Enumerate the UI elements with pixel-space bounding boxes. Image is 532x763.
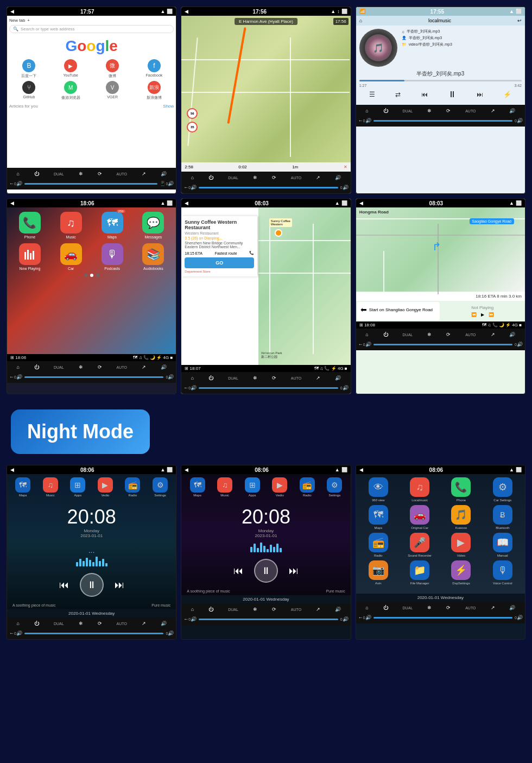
dot-3[interactable] xyxy=(96,274,99,277)
phone-status-icon[interactable]: 📞 xyxy=(143,355,149,360)
night-settings-item[interactable]: ⚙ Settings xyxy=(153,477,168,497)
cp-nowplaying-item[interactable]: Now Playing xyxy=(11,243,48,270)
dot-1[interactable] xyxy=(84,274,87,277)
ac-btn-nav2[interactable]: ❄ xyxy=(253,375,257,381)
track-item-3[interactable]: 📁 video/半壶纱_刘珂矣.mp3 xyxy=(402,42,522,47)
cp-car-item[interactable]: 🚗 Car xyxy=(53,243,90,270)
back-night2-icon[interactable]: ◀ xyxy=(185,467,188,472)
dot-2[interactable] xyxy=(90,274,93,277)
vol2-nav[interactable]: 🔊 xyxy=(343,185,349,190)
night-app-origcar[interactable]: 🚗 Original Car xyxy=(401,505,439,529)
power-btn-nav[interactable]: ⏻ xyxy=(208,175,213,180)
back-btn-night1[interactable]: ← xyxy=(9,630,14,636)
tab-label[interactable]: New tab xyxy=(9,18,25,23)
shortcut-weibo[interactable]: 微 微博 xyxy=(93,59,132,79)
back-nav-icon[interactable]: ◀ xyxy=(185,9,188,14)
ac-btn-nav3[interactable]: ❄ xyxy=(427,332,432,337)
vol2-nav2[interactable]: 🔊 xyxy=(343,385,349,390)
night-radio-item[interactable]: 📻 Radio xyxy=(125,477,140,497)
back-btn-nav2[interactable]: ← xyxy=(183,385,188,390)
track-item-2[interactable]: 👤 半壶纱_刘珂矣.mp3 xyxy=(402,35,522,41)
nav2-grid-icon[interactable]: ⊞ xyxy=(185,366,188,371)
shortcut-github[interactable]: ⑂ GitHub xyxy=(9,81,49,100)
sync-btn-night2[interactable]: ⟳ xyxy=(272,607,276,612)
rewind-btn[interactable]: ⏪ xyxy=(471,312,477,317)
night-app-kuwooo[interactable]: 🎵 Kuwooo xyxy=(442,505,480,529)
cp-phone-item[interactable]: 📞 Phone xyxy=(11,212,48,239)
power-btn-night3[interactable]: ⏻ xyxy=(383,605,388,610)
audio-night3[interactable]: 🔊 xyxy=(365,615,371,620)
close-nav-btn[interactable]: ✕ xyxy=(344,165,347,169)
progress-bar[interactable] xyxy=(359,80,522,81)
home-btn-night3[interactable]: ⌂ xyxy=(365,605,368,610)
audio-night1[interactable]: 🔊 xyxy=(16,630,22,636)
audio-night2[interactable]: 🔊 xyxy=(191,616,197,622)
power-btn-nav3[interactable]: ⏻ xyxy=(383,332,388,337)
night-app-radio[interactable]: 📻 Radio xyxy=(359,533,397,557)
home-btn-nav2[interactable]: ⌂ xyxy=(191,375,194,381)
slider-nav3[interactable] xyxy=(373,344,513,345)
vol-nav2[interactable]: 🔊 xyxy=(335,375,341,381)
sync-btn-music[interactable]: ⟳ xyxy=(446,108,451,113)
back-icon[interactable]: ◀ xyxy=(10,9,14,14)
prev-btn[interactable]: ⏮ xyxy=(421,91,428,98)
shortcut-baidu[interactable]: B 百度一下 xyxy=(9,59,49,79)
sync-btn-nav3[interactable]: ⟳ xyxy=(446,332,451,337)
power-btn-night1[interactable]: ⏻ xyxy=(34,621,39,626)
home-btn-music[interactable]: ⌂ xyxy=(365,108,368,113)
power-btn-nav2[interactable]: ⏻ xyxy=(208,375,213,381)
temp-nav3[interactable]: ↗ xyxy=(491,332,495,337)
vol-nav3[interactable]: 🔊 xyxy=(509,332,515,337)
night1-prev-btn[interactable]: ⏮ xyxy=(59,579,69,591)
night-app-maps[interactable]: 🗺 Maps xyxy=(359,505,397,529)
vol-night1[interactable]: 🔊 xyxy=(161,621,167,626)
back-btn-night3[interactable]: ← xyxy=(358,615,363,620)
audio-btn[interactable]: 🔊 xyxy=(16,181,22,186)
night2-maps-item[interactable]: 🗺 Maps xyxy=(190,477,205,497)
home-btn-nav[interactable]: ⌂ xyxy=(191,175,194,180)
night1-next-btn[interactable]: ⏭ xyxy=(115,579,124,591)
music-icon[interactable]: ♫ xyxy=(139,355,142,360)
show-label[interactable]: Show xyxy=(163,104,174,109)
vol2-night2[interactable]: 🔊 xyxy=(343,616,349,622)
night-vedio-item[interactable]: ▶ Vedio xyxy=(98,477,113,497)
cp-music-item[interactable]: ♫ Music xyxy=(53,212,90,239)
ac-btn-night2[interactable]: ❄ xyxy=(253,607,257,612)
night-music-item[interactable]: ♫ Music xyxy=(43,477,58,497)
slider-night3[interactable] xyxy=(373,617,513,619)
night-app-localmusic[interactable]: ♫ Localmusic xyxy=(401,477,439,502)
power-btn-music[interactable]: ⏻ xyxy=(383,108,388,113)
temp-night2[interactable]: ↗ xyxy=(316,607,320,612)
cp-books-item[interactable]: 📚 Audiobooks xyxy=(135,243,172,270)
shortcut-maxthon[interactable]: M 傲游浏览器 xyxy=(51,81,91,100)
night2-prev-btn[interactable]: ⏮ xyxy=(233,565,243,577)
slider-music[interactable] xyxy=(373,120,513,122)
audio-carplay[interactable]: 🔊 xyxy=(16,374,22,380)
night-app-360view[interactable]: 👁 360 view xyxy=(359,477,397,502)
back-nav2-icon[interactable]: ◀ xyxy=(185,200,188,206)
back-nav3-icon[interactable]: ◀ xyxy=(359,200,363,206)
cp-maps-item[interactable]: 🗺 259 Maps xyxy=(94,212,131,239)
back-btn-night2[interactable]: ← xyxy=(183,616,188,622)
shortcut-youtube[interactable]: ▶ YouTube xyxy=(51,59,91,79)
night2-vedio-item[interactable]: ▶ Vedio xyxy=(272,477,287,497)
ac-btn-carplay[interactable]: ❄ xyxy=(79,364,83,370)
audio-nav3[interactable]: 🔊 xyxy=(365,342,371,347)
sync-btn-night1[interactable]: ⟳ xyxy=(98,621,102,626)
temp-music[interactable]: ↗ xyxy=(491,108,495,113)
cp-msg-item[interactable]: 💬 Messages xyxy=(135,212,172,239)
home-btn-night2[interactable]: ⌂ xyxy=(191,607,194,612)
shortcut-vger[interactable]: V VGER xyxy=(93,81,132,100)
temp-carplay[interactable]: ↗ xyxy=(142,364,146,370)
back-btn-nav[interactable]: ← xyxy=(183,185,188,190)
slider[interactable] xyxy=(24,183,158,185)
nav3-grid-icon[interactable]: ⊞ xyxy=(359,323,363,327)
sync-btn-carplay[interactable]: ⟳ xyxy=(98,364,102,370)
pause-btn[interactable]: ⏸ xyxy=(448,90,457,99)
home-btn-carplay[interactable]: ⌂ xyxy=(16,364,19,370)
home-music-icon[interactable]: ⌂ xyxy=(359,18,362,23)
vol2-carplay[interactable]: 🔊 xyxy=(168,374,174,380)
back-night3-icon[interactable]: ◀ xyxy=(359,467,363,472)
night2-apps-item[interactable]: ⊞ Apps xyxy=(245,477,260,497)
power-btn[interactable]: ⏻ xyxy=(34,171,39,176)
